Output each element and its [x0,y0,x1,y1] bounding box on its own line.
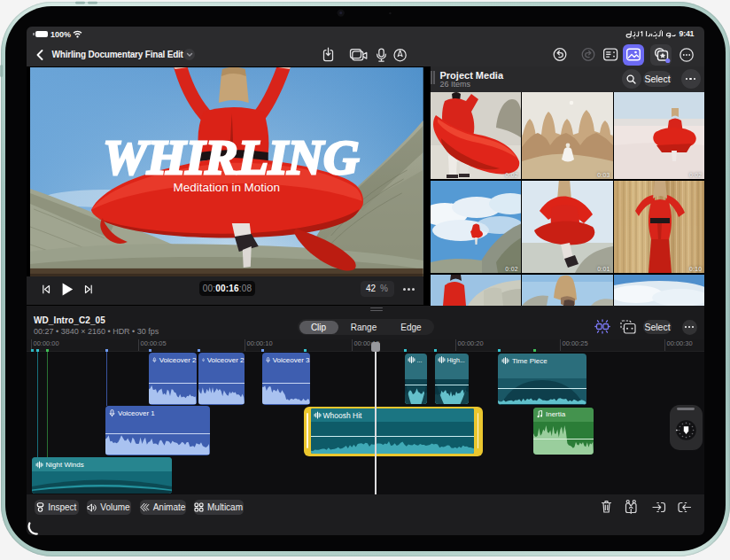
svg-text:Meditation in Motion: Meditation in Motion [174,181,281,194]
svg-text:WHIRLING: WHIRLING [103,129,359,184]
